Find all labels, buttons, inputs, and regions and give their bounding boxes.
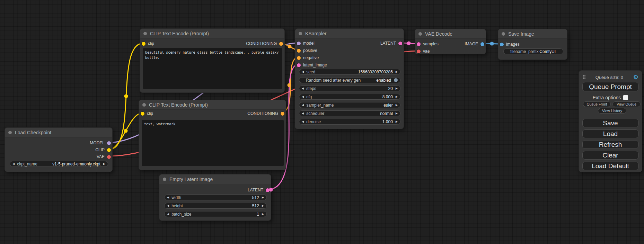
output-slot-model[interactable]: MODEL (90, 141, 111, 145)
link-dot-clip-negative[interactable] (124, 129, 128, 133)
input-slot-latent-image[interactable]: latent_image (297, 63, 327, 67)
decrement-arrow-icon[interactable]: ◀ (302, 110, 304, 116)
decrement-arrow-icon[interactable]: ◀ (302, 102, 304, 108)
decrement-arrow-icon[interactable]: ◀ (167, 203, 169, 209)
collapse-dot-icon[interactable] (502, 32, 505, 36)
collapse-dot-icon[interactable] (418, 32, 422, 36)
input-slot-clip[interactable]: clip (142, 42, 154, 46)
node-title-bar[interactable]: KSampler (295, 29, 404, 38)
latent-image-input-dot[interactable] (297, 63, 301, 67)
model-input-dot[interactable] (297, 42, 301, 45)
link-dot-latent-samples[interactable] (407, 42, 411, 45)
clip-input-dot[interactable] (141, 112, 144, 116)
output-slot-clip[interactable]: CLIP (95, 148, 111, 152)
increment-arrow-icon[interactable]: ▶ (262, 203, 264, 209)
node-title-bar[interactable]: VAE Decode (415, 29, 486, 39)
steps-widget[interactable]: ◀ steps 20 ▶ (299, 85, 400, 91)
increment-arrow-icon[interactable]: ▶ (262, 195, 264, 200)
collapse-dot-icon[interactable] (299, 32, 302, 35)
vae-input-dot[interactable] (417, 49, 421, 53)
denoise-widget[interactable]: ◀ denoise 1.000 ▶ (299, 119, 400, 125)
collapse-dot-icon[interactable] (163, 178, 166, 181)
height-widget[interactable]: ◀ height 512 ▶ (164, 203, 267, 209)
link-dot-conditioning-negative[interactable] (288, 83, 291, 87)
node-title-bar[interactable]: Load Checkpoint (5, 128, 112, 137)
width-widget[interactable]: ◀ width 512 ▶ (164, 195, 267, 200)
increment-arrow-icon[interactable]: ▶ (396, 119, 398, 125)
cfg-widget[interactable]: ◀ cfg 8.000 ▶ (299, 94, 400, 100)
view-history-button[interactable]: View History (598, 108, 626, 114)
node-save-image[interactable]: Save Image images filename_prefix ComfyU… (498, 29, 567, 60)
positive-input-dot[interactable] (297, 49, 301, 53)
node-empty-latent-image[interactable]: Empty Latent Image LATENT ◀ width 512 ▶ … (159, 174, 271, 221)
settings-gear-icon[interactable]: ⚙ (633, 74, 638, 80)
node-title-bar[interactable]: CLIP Text Encode (Prompt) (140, 29, 284, 38)
images-input-dot[interactable] (500, 43, 504, 46)
input-slot-model[interactable]: model (297, 41, 315, 45)
image-output-dot[interactable] (480, 42, 484, 46)
decrement-arrow-icon[interactable]: ◀ (302, 119, 304, 125)
node-vae-decode[interactable]: VAE Decode samples vae IMAGE (415, 29, 486, 54)
output-slot-image[interactable]: IMAGE (465, 42, 484, 46)
input-slot-negative[interactable]: negative (297, 56, 319, 60)
collapse-dot-icon[interactable] (142, 103, 146, 107)
increment-arrow-icon[interactable]: ▶ (396, 85, 398, 91)
increment-arrow-icon[interactable]: ▶ (396, 102, 398, 108)
negative-input-dot[interactable] (297, 56, 301, 60)
conditioning-output-dot[interactable] (281, 112, 284, 116)
prompt-textarea[interactable]: text, watermark (142, 120, 284, 166)
output-slot-latent[interactable]: LATENT (380, 41, 402, 45)
save-button[interactable]: Save (582, 119, 638, 127)
output-slot-vae[interactable]: VAE (97, 155, 111, 159)
toggle-icon[interactable] (394, 78, 398, 82)
ckpt-name-widget[interactable]: ◀ ckpt_name v1-5-pruned-emaonly.ckpt ▶ (10, 161, 108, 167)
random-seed-widget[interactable]: Random seed after every gen enabled (299, 77, 400, 83)
node-graph-canvas[interactable]: Load Checkpoint MODEL CLIP VAE ◀ ckpt_na… (0, 0, 644, 244)
increment-arrow-icon[interactable]: ▶ (262, 211, 264, 217)
seed-widget[interactable]: ◀ seed 156680208700286 ▶ (299, 69, 400, 75)
increment-arrow-icon[interactable]: ▶ (103, 161, 105, 167)
clear-button[interactable]: Clear (582, 151, 638, 160)
node-title-bar[interactable]: CLIP Text Encode (Prompt) (139, 100, 286, 110)
clip-input-dot[interactable] (142, 42, 145, 46)
filename-prefix-widget[interactable]: filename_prefix ComfyUI (503, 48, 563, 54)
sampler-name-widget[interactable]: ◀ sampler_name euler ▶ (299, 102, 400, 108)
scheduler-widget[interactable]: ◀ scheduler normal ▶ (299, 110, 400, 116)
input-slot-clip[interactable]: clip (141, 111, 153, 116)
decrement-arrow-icon[interactable]: ◀ (302, 69, 304, 75)
input-slot-samples[interactable]: samples (417, 42, 439, 46)
samples-input-dot[interactable] (417, 42, 421, 46)
link-dot-clip-positive[interactable] (124, 94, 128, 98)
input-slot-positive[interactable]: positive (297, 48, 317, 53)
vae-output-dot[interactable] (107, 155, 111, 159)
extra-options-checkbox[interactable] (623, 95, 628, 100)
node-clip-text-encode-negative[interactable]: CLIP Text Encode (Prompt) clip CONDITION… (139, 100, 286, 170)
input-slot-vae[interactable]: vae (417, 49, 430, 53)
clip-output-dot[interactable] (107, 148, 111, 152)
node-title-bar[interactable]: Save Image (498, 29, 567, 39)
output-slot-latent[interactable]: LATENT (248, 188, 270, 192)
load-default-button[interactable]: Load Default (582, 162, 638, 170)
queue-front-button[interactable]: Queue Front (583, 101, 611, 107)
link-dot-image[interactable] (490, 42, 494, 46)
decrement-arrow-icon[interactable]: ◀ (167, 195, 169, 200)
model-output-dot[interactable] (107, 141, 111, 145)
decrement-arrow-icon[interactable]: ◀ (12, 161, 15, 167)
increment-arrow-icon[interactable]: ▶ (396, 94, 398, 100)
decrement-arrow-icon[interactable]: ◀ (302, 85, 304, 91)
load-button[interactable]: Load (582, 129, 638, 138)
output-slot-conditioning[interactable]: CONDITIONING (247, 111, 284, 116)
batch-size-widget[interactable]: ◀ batch_size 1 ▶ (164, 211, 267, 217)
node-load-checkpoint[interactable]: Load Checkpoint MODEL CLIP VAE ◀ ckpt_na… (5, 127, 113, 172)
increment-arrow-icon[interactable]: ▶ (396, 110, 398, 116)
collapse-dot-icon[interactable] (8, 131, 12, 134)
node-title-bar[interactable]: Empty Latent Image (159, 174, 271, 184)
node-ksampler[interactable]: KSampler model positive negative latent_… (295, 28, 404, 129)
decrement-arrow-icon[interactable]: ◀ (302, 94, 304, 100)
output-slot-conditioning[interactable]: CONDITIONING (246, 42, 283, 46)
refresh-button[interactable]: Refresh (582, 140, 638, 149)
conditioning-output-dot[interactable] (279, 42, 283, 46)
input-slot-images[interactable]: images (500, 42, 520, 46)
view-queue-button[interactable]: View Queue (612, 101, 641, 107)
collapse-dot-icon[interactable] (143, 32, 147, 35)
